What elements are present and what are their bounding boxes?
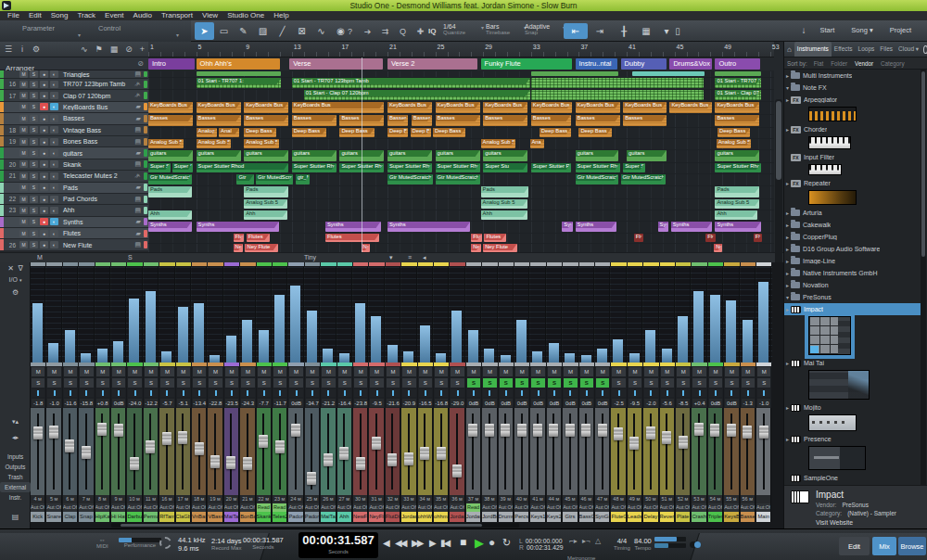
export-icon[interactable]: ↓ <box>801 25 806 35</box>
track-ahh[interactable]: 23MS●◐Ahh▤ <box>0 205 148 216</box>
clip-flutes[interactable]: Flutes <box>247 234 270 242</box>
channel-automation-mode[interactable]: Aut:Off <box>724 503 739 512</box>
clip-basses[interactable]: Basses <box>715 115 759 126</box>
record-arm-button[interactable]: ● <box>40 207 48 214</box>
channel-automation-mode[interactable]: Aut:Off <box>676 503 691 512</box>
channel-fader[interactable] <box>547 408 562 495</box>
channel-pan[interactable] <box>208 388 222 398</box>
clip-basses[interactable]: Basses <box>148 115 193 126</box>
channel-solo-button[interactable]: S <box>708 377 723 388</box>
fader-cap[interactable] <box>65 439 74 452</box>
channel-db-value[interactable]: 0dB <box>514 398 529 408</box>
browser-tab-cloud[interactable]: Cloud ▾ <box>895 42 921 57</box>
channel-pan[interactable] <box>46 388 61 398</box>
channel-41[interactable]: MS0dB41 ᴍAut:OffKeys1 <box>530 262 545 522</box>
tree-arrow-icon[interactable]: ▾ <box>784 84 791 91</box>
channel-pan[interactable] <box>176 388 191 398</box>
clip-keyboards-bus[interactable]: KeyBoards Bus <box>148 102 193 113</box>
clip-synths[interactable]: Synths <box>197 222 279 232</box>
menu-track[interactable]: Track <box>72 11 100 20</box>
record-arm-button[interactable]: ● <box>40 92 48 99</box>
channel-46[interactable]: MS0dB46 ᴍAut:OffBassGrp <box>579 262 594 522</box>
fader-cap[interactable] <box>420 447 429 460</box>
channel-automation-mode[interactable]: Aut:Off <box>514 503 529 512</box>
channel-50[interactable]: MS-2.050 ᴍAut:OffDelay <box>643 262 658 522</box>
channel-solo-button[interactable]: S <box>159 377 174 388</box>
track-tr707-123bpm-tamb[interactable]: 16MS●◐TR707 123bpm Tambᄽ <box>0 79 148 90</box>
track-skank[interactable]: 20MS●◐Skank▤ <box>0 159 148 171</box>
fader-cap[interactable] <box>356 457 365 470</box>
channel-db-value[interactable]: -22.8 <box>208 398 222 408</box>
track-bones-bass[interactable]: 19MS●◐Bones Bass▤ <box>0 136 148 147</box>
channel-solo-button[interactable]: S <box>95 377 110 388</box>
browser-item-presonus[interactable]: ▾PreSonus <box>784 291 921 303</box>
mixer-banks-icon[interactable]: ▤ <box>0 513 31 521</box>
channel-17[interactable]: MS-5.117 ᴍAut:OffClaGbon <box>176 262 191 522</box>
channel-fader[interactable] <box>240 408 255 495</box>
channel-name[interactable]: Plate <box>676 512 691 522</box>
mute-button[interactable]: M <box>19 160 28 168</box>
channel-solo-button[interactable]: S <box>530 377 545 388</box>
clip-basses[interactable]: Basses <box>412 115 432 126</box>
channel-fader[interactable] <box>288 408 303 495</box>
mute-button[interactable]: M <box>19 138 28 146</box>
control-dropdown[interactable]: Control <box>98 24 121 32</box>
channel-name[interactable]: KeysBus <box>724 512 739 522</box>
fader-cap[interactable] <box>97 423 107 436</box>
record-arm-button[interactable]: ● <box>40 184 48 191</box>
clip-synths[interactable]: Synths <box>576 222 616 232</box>
channel-8[interactable]: MS+0.88 ᴍAut:OffHipKard <box>95 262 110 522</box>
channel-fader[interactable] <box>401 408 416 495</box>
channel-38[interactable]: MS0dB38 ᴍAut:OffJordBus <box>482 262 497 522</box>
fader-cap[interactable] <box>679 436 688 449</box>
channel-mute-button[interactable]: M <box>305 366 320 377</box>
channel-solo-button[interactable]: S <box>756 377 771 388</box>
channel-25[interactable]: MS-34.725 ᴍAut:OffPadord2 <box>305 262 320 522</box>
clip-ney[interactable]: Ney <box>714 244 722 252</box>
channel-db-value[interactable]: +0.4 <box>692 398 706 408</box>
channel-name[interactable]: NewFlute <box>353 512 368 522</box>
fader-cap[interactable] <box>82 446 91 459</box>
section-drums-vox[interactable]: Drums&Vox <box>669 58 712 70</box>
clip-guitars[interactable]: guitars <box>244 150 288 161</box>
channel-mute-button[interactable]: M <box>353 366 368 377</box>
mixer-tab-trash[interactable]: Trash <box>0 472 31 482</box>
browser-item-presence[interactable]: ▸Presence <box>784 433 921 445</box>
channel-mute-button[interactable]: M <box>321 366 336 377</box>
channel-fader[interactable] <box>305 408 320 495</box>
menu-studio-one[interactable]: Studio One <box>222 11 269 20</box>
global-solo-button[interactable]: S <box>128 254 133 261</box>
channel-solo-button[interactable]: S <box>482 377 497 388</box>
channel-pan[interactable] <box>708 388 723 398</box>
rewind-button[interactable]: ◀◀ <box>395 538 405 548</box>
mute-button[interactable]: M <box>19 70 28 78</box>
preroll-icon[interactable]: ⌐▸ <box>569 537 578 545</box>
solo-button[interactable]: S <box>30 149 38 157</box>
channel-fader[interactable] <box>353 408 368 495</box>
channel-mute-button[interactable]: M <box>595 366 610 377</box>
clip-01-start-clap-07-120bpm[interactable]: 01 Start - Clap 07 120bpm <box>304 90 530 100</box>
tree-arrow-icon[interactable]: ▸ <box>784 222 791 228</box>
loop-start-value[interactable]: 00:00:00.000 <box>526 538 563 544</box>
channel-mute-button[interactable]: M <box>273 366 287 377</box>
mixer-hscroll-thumb[interactable] <box>121 524 482 527</box>
browser-item-chorder[interactable]: ▸FXChorder <box>784 123 921 135</box>
presence-thumbnail[interactable] <box>808 446 866 470</box>
channel-automation-mode[interactable]: Aut:Off <box>499 503 514 512</box>
channel-34[interactable]: MS-16.534 ᴍAut:OffohhWod <box>418 262 433 522</box>
sort-option-category[interactable]: Category <box>877 60 908 67</box>
arranger-header-icon-2[interactable]: ⚙ <box>28 45 44 54</box>
channel-23[interactable]: MS-11.723 ᴍReadTeles2 <box>273 262 287 522</box>
browser-item-arturia[interactable]: ▸Arturia <box>784 207 921 219</box>
solo-button[interactable]: S <box>30 70 38 78</box>
clip-basses[interactable]: Basses <box>244 115 288 126</box>
channel-fader[interactable] <box>434 408 449 495</box>
channel-db-value[interactable]: -2.0 <box>643 398 658 408</box>
channel-automation-mode[interactable]: Aut:Off <box>95 503 110 512</box>
channel-11[interactable]: MS-12.211 ᴍAut:OffPermany <box>144 262 159 522</box>
channel-mute-button[interactable]: M <box>386 366 400 377</box>
channel-pan[interactable] <box>63 388 78 398</box>
channel-fader[interactable] <box>95 408 110 495</box>
fader-cap[interactable] <box>549 424 558 437</box>
channel-db-value[interactable]: -11.7 <box>273 398 287 408</box>
